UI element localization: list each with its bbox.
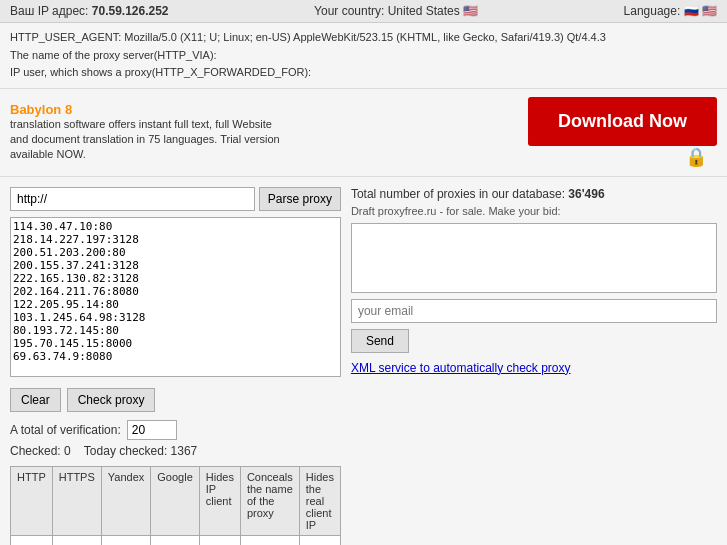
verification-label: A total of verification: [10,423,121,437]
flag-us-small: 🇺🇸 [702,4,717,18]
country-name: United States [388,4,460,18]
banner-text: Babylon 8 translation software offers in… [10,102,528,163]
flag-ru: 🇷🇺 [684,4,699,18]
banner-title: Babylon 8 [10,102,528,117]
verification-row: A total of verification: [10,420,341,440]
proxy-table-wrapper: HTTP HTTPS Yandex Google Hides IP client… [10,466,341,545]
language-info: Language: 🇷🇺 🇺🇸 [624,4,717,18]
ip-label: Ваш IP адрес: [10,4,88,18]
right-panel: Total number of proxies in our database:… [351,187,717,545]
clear-button[interactable]: Clear [10,388,61,412]
ip-value: 70.59.126.252 [92,4,169,18]
col-http: HTTP [11,466,53,535]
total-proxies: Total number of proxies in our database:… [351,187,717,201]
ua-line3: IP user, which shows a proxy(HTTP_X_FORW… [10,64,717,82]
user-agent-bar: HTTP_USER_AGENT: Mozilla/5.0 (X11; U; Li… [0,23,727,89]
ua-line1: HTTP_USER_AGENT: Mozilla/5.0 (X11; U; Li… [10,29,717,47]
left-buttons: Clear Check proxy [10,388,341,412]
banner-area: Babylon 8 translation software offers in… [0,89,727,177]
checked-label: Checked: [10,444,61,458]
bid-textarea[interactable] [351,223,717,293]
col-hides-ip: Hides IP client [199,466,240,535]
download-button[interactable]: Download Now [528,97,717,146]
country-info: Your country: United States 🇺🇸 [314,4,478,18]
col-hides-real: Hides the real client IP [299,466,340,535]
checked-row: Checked: 0 Today checked: 1367 [10,444,341,458]
country-flag: 🇺🇸 [463,4,478,18]
today-value: 1367 [171,444,198,458]
left-panel: Parse proxy 114.30.47.10:80 218.14.227.1… [10,187,341,545]
ua-line2: The name of the proxy server(HTTP_VIA): [10,47,717,65]
url-input-row: Parse proxy [10,187,341,211]
xml-link[interactable]: XML service to automatically check proxy [351,361,571,375]
language-label: Language: [624,4,681,18]
table-row [11,535,341,545]
check-proxy-button[interactable]: Check proxy [67,388,156,412]
col-yandex: Yandex [101,466,151,535]
total-value: 36'496 [568,187,604,201]
country-label: Your country: [314,4,384,18]
parse-proxy-button[interactable]: Parse proxy [259,187,341,211]
col-https: HTTPS [52,466,101,535]
lock-icon: 🔒 [685,146,717,168]
col-google: Google [151,466,199,535]
top-bar: Ваш IP адрес: 70.59.126.252 Your country… [0,0,727,23]
proxy-table: HTTP HTTPS Yandex Google Hides IP client… [10,466,341,545]
send-button[interactable]: Send [351,329,409,353]
total-label: Total number of proxies in our database: [351,187,565,201]
today-label: Today checked: [84,444,167,458]
checked-value: 0 [64,444,71,458]
url-input[interactable] [10,187,255,211]
ip-info: Ваш IP адрес: 70.59.126.252 [10,4,169,18]
banner-desc: translation software offers instant full… [10,117,290,163]
proxy-list-textarea[interactable]: 114.30.47.10:80 218.14.227.197:3128 200.… [10,217,341,377]
verification-count-input[interactable] [127,420,177,440]
email-input[interactable] [351,299,717,323]
main-content: Parse proxy 114.30.47.10:80 218.14.227.1… [0,177,727,545]
draft-text: Draft proxyfree.ru - for sale. Make your… [351,205,717,217]
col-conceals: Conceals the name of the proxy [240,466,299,535]
